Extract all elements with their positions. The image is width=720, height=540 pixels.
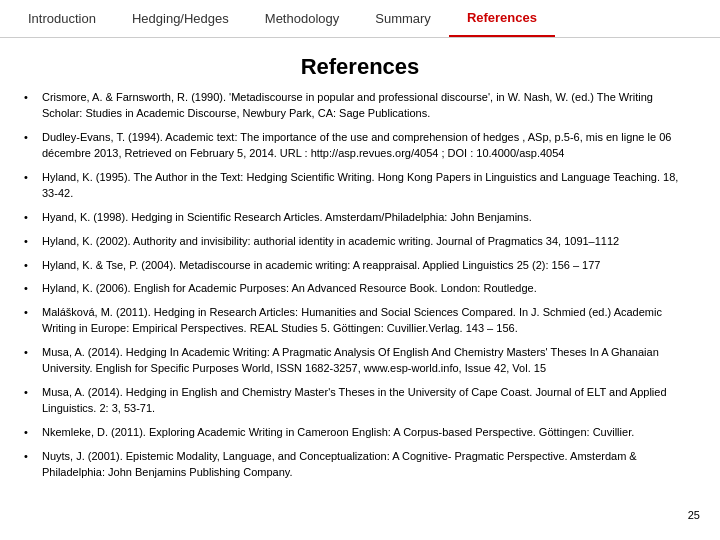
reference-text: Hyland, K. (1995). The Author in the Tex… bbox=[42, 170, 696, 202]
reference-item-4: •Hyand, K. (1998). Hedging in Scientific… bbox=[24, 210, 696, 226]
reference-item-1: •Crismore, A. & Farnsworth, R. (1990). '… bbox=[24, 90, 696, 122]
bullet-icon: • bbox=[24, 130, 38, 162]
nav-tab-summary[interactable]: Summary bbox=[357, 1, 449, 36]
reference-text: Nkemleke, D. (2011). Exploring Academic … bbox=[42, 425, 696, 441]
references-content: •Crismore, A. & Farnsworth, R. (1990). '… bbox=[0, 90, 720, 505]
nav-tab-introduction[interactable]: Introduction bbox=[10, 1, 114, 36]
reference-text: Crismore, A. & Farnsworth, R. (1990). 'M… bbox=[42, 90, 696, 122]
reference-text: Hyand, K. (1998). Hedging in Scientific … bbox=[42, 210, 696, 226]
page-number: 25 bbox=[0, 509, 720, 521]
nav-tab-methodology[interactable]: Methodology bbox=[247, 1, 357, 36]
reference-text: Dudley-Evans, T. (1994). Academic text: … bbox=[42, 130, 696, 162]
bullet-icon: • bbox=[24, 170, 38, 202]
bullet-icon: • bbox=[24, 90, 38, 122]
reference-item-11: •Nkemleke, D. (2011). Exploring Academic… bbox=[24, 425, 696, 441]
reference-text: Hyland, K. & Tse, P. (2004). Metadiscour… bbox=[42, 258, 696, 274]
reference-item-6: •Hyland, K. & Tse, P. (2004). Metadiscou… bbox=[24, 258, 696, 274]
reference-item-2: •Dudley-Evans, T. (1994). Academic text:… bbox=[24, 130, 696, 162]
page-title: References bbox=[0, 54, 720, 80]
reference-text: Hyland, K. (2006). English for Academic … bbox=[42, 281, 696, 297]
nav-tab-references[interactable]: References bbox=[449, 0, 555, 37]
reference-text: Nuyts, J. (2001). Epistemic Modality, La… bbox=[42, 449, 696, 481]
reference-text: Musa, A. (2014). Hedging In Academic Wri… bbox=[42, 345, 696, 377]
bullet-icon: • bbox=[24, 345, 38, 377]
bullet-icon: • bbox=[24, 258, 38, 274]
reference-item-9: •Musa, A. (2014). Hedging In Academic Wr… bbox=[24, 345, 696, 377]
bullet-icon: • bbox=[24, 425, 38, 441]
bullet-icon: • bbox=[24, 234, 38, 250]
reference-text: Musa, A. (2014). Hedging in English and … bbox=[42, 385, 696, 417]
reference-item-12: •Nuyts, J. (2001). Epistemic Modality, L… bbox=[24, 449, 696, 481]
reference-text: Malášková, M. (2011). Hedging in Researc… bbox=[42, 305, 696, 337]
reference-item-3: •Hyland, K. (1995). The Author in the Te… bbox=[24, 170, 696, 202]
bullet-icon: • bbox=[24, 305, 38, 337]
navigation: IntroductionHedging/HedgesMethodologySum… bbox=[0, 0, 720, 38]
bullet-icon: • bbox=[24, 449, 38, 481]
reference-item-5: •Hyland, K. (2002). Authority and invisi… bbox=[24, 234, 696, 250]
bullet-icon: • bbox=[24, 385, 38, 417]
reference-text: Hyland, K. (2002). Authority and invisib… bbox=[42, 234, 696, 250]
reference-item-7: •Hyland, K. (2006). English for Academic… bbox=[24, 281, 696, 297]
bullet-icon: • bbox=[24, 210, 38, 226]
nav-tab-hedging-hedges[interactable]: Hedging/Hedges bbox=[114, 1, 247, 36]
reference-item-10: •Musa, A. (2014). Hedging in English and… bbox=[24, 385, 696, 417]
reference-item-8: •Malášková, M. (2011). Hedging in Resear… bbox=[24, 305, 696, 337]
bullet-icon: • bbox=[24, 281, 38, 297]
